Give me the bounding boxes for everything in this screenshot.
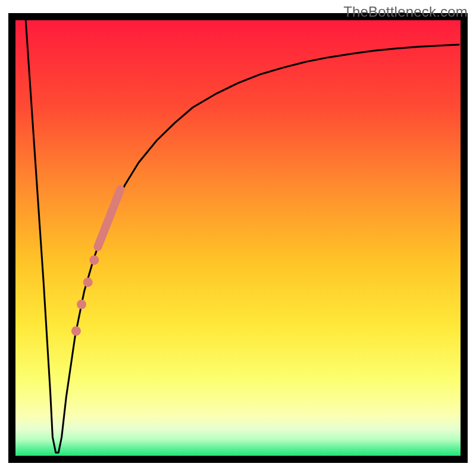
chart-container: TheBottleneck.com <box>0 0 476 476</box>
highlight-dot <box>83 277 93 287</box>
highlight-dot <box>77 300 86 309</box>
highlight-dot <box>89 255 99 265</box>
watermark-text: TheBottleneck.com <box>343 4 468 20</box>
bottleneck-chart <box>0 0 476 476</box>
highlight-dot <box>71 326 81 336</box>
